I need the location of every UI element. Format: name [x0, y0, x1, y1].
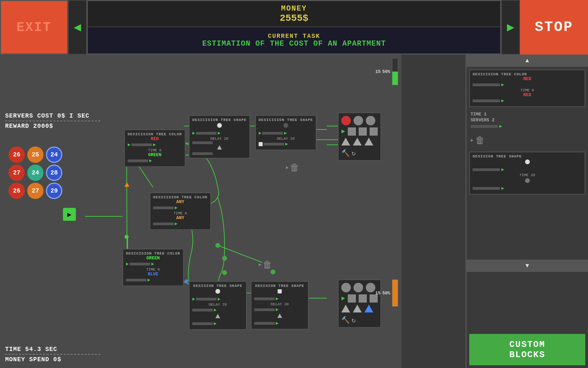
shape-bottom-circ3 [366, 283, 375, 292]
node7-triangle [277, 313, 282, 318]
exit-button[interactable]: EXIT [0, 0, 68, 55]
bottom-info: TIME 54.3 SEC MONEY SPEND 0$ [5, 346, 100, 363]
rp-block2-circle [525, 159, 530, 164]
rp-block1-color: RED [473, 76, 582, 81]
svg-point-22 [215, 243, 220, 248]
shape-bottom-tri1 [341, 305, 350, 312]
node6-circle [215, 289, 220, 294]
money-spend-text: MONEY SPEND 0$ [5, 356, 100, 363]
node7-arrow3: ► [276, 321, 278, 326]
node4-color: ANY [153, 199, 208, 204]
node2-arrow1: ► [192, 131, 195, 136]
node6-bar2 [192, 309, 213, 311]
progress-bar-inner-b [392, 280, 398, 306]
scroll-up-button[interactable]: ▲ [467, 55, 588, 67]
nav-left-button[interactable]: ◀ [68, 0, 87, 55]
node3-delay: DELAY 20 [259, 137, 313, 141]
number-grid: 26 25 24 27 24 28 26 27 29 [9, 147, 63, 199]
progress-bar-outer-b [392, 279, 398, 307]
node6-row2: ► [192, 307, 243, 313]
node-block-5: DESICISION TREE COLOR GREEN ► ► TIME 6 B… [122, 249, 184, 286]
time1-label: TIME 1 [471, 112, 584, 117]
rp-bar1 [473, 83, 500, 86]
node2-row2 [192, 141, 247, 144]
exit-label: EXIT [16, 20, 51, 35]
time-servers-label: TIME 1 SERVERS 2 ► [467, 110, 588, 132]
node4-arrow1: ► [175, 205, 177, 211]
node7-bar2 [254, 308, 275, 311]
custom-blocks-button[interactable]: CUSTOM BLOCKS [469, 334, 585, 365]
node1-title: DESICISION TREE COLOR [128, 132, 182, 136]
node1-time: TIME 6 [128, 148, 182, 152]
node7-row1: ► [254, 296, 305, 302]
node6-bar3 [192, 322, 213, 325]
tool-icon3[interactable]: 🔨 [341, 316, 350, 324]
shape-circle-gray2 [366, 116, 375, 125]
rp-bar3 [473, 168, 500, 171]
rp-block2-time: TIME 20 [473, 173, 582, 177]
triangle-icon-orange [125, 182, 129, 187]
money-section: MONEY 2555$ [88, 1, 500, 27]
rp-block2-title: DESISION TREE SHAPE [473, 154, 582, 158]
num-bubble-25: 25 [27, 147, 44, 163]
trash-arrow2: ► [259, 262, 261, 267]
node5-row2: ► [126, 277, 180, 283]
node4-color2: ANY [153, 215, 208, 220]
trash-arrow1: ► [286, 165, 289, 170]
node1-row1: ► ► [128, 142, 182, 148]
node6-triangle [215, 314, 220, 318]
progress-bar-top: 15 50% [375, 58, 398, 85]
svg-point-23 [222, 256, 227, 261]
task-section: CURRENT TASK ESTIMATION OF THE COST OF A… [88, 27, 500, 53]
progress-bar-outer [392, 58, 398, 85]
shape-bottom-sq1 [348, 294, 356, 303]
stop-button[interactable]: STOP [520, 0, 588, 55]
time-text: TIME 54.3 SEC [5, 346, 100, 353]
rp-trash-icon[interactable]: 🗑 [475, 135, 485, 146]
tool-icon4[interactable]: ↻ [352, 316, 356, 324]
shape-row-circles [341, 116, 378, 125]
node3-arrow2: ► [284, 131, 287, 136]
node3-arrow3: ► [285, 141, 288, 147]
node2-row3 [192, 152, 247, 155]
trash-icon-2[interactable]: 🗑 [263, 259, 272, 271]
scroll-down-button[interactable]: ▼ [467, 260, 588, 272]
progress-num-label-b: 15 [375, 291, 381, 296]
rp-arrow3: ► [501, 167, 504, 172]
node7-row3: ► [254, 321, 305, 326]
svg-line-4 [127, 155, 127, 237]
node3-circle [283, 123, 288, 128]
trash-icon-1[interactable]: 🗑 [290, 162, 299, 173]
shape-tri3 [364, 138, 373, 145]
rp-arrow4: ► [501, 186, 504, 191]
servers-bar [471, 125, 498, 128]
node7-bar1 [254, 297, 275, 300]
trash-area-1: ► 🗑 [286, 162, 299, 173]
node3-bar1 [262, 132, 283, 135]
node2-bar1 [196, 132, 216, 135]
rp-block1-time: TIME 6 [473, 88, 582, 92]
tool-icon2[interactable]: ↻ [352, 149, 356, 157]
task-value: ESTIMATION OF THE COST OF AN APARTMENT [202, 40, 386, 48]
rp-block1-row2: ► [473, 98, 582, 104]
node7-arrow2: ► [276, 307, 278, 312]
node5-arrow3: ► [147, 277, 150, 283]
nav-right-button[interactable]: ▶ [501, 0, 520, 55]
center-panel: MONEY 2555$ CURRENT TASK ESTIMATION OF T… [87, 0, 501, 55]
node2-circle [217, 123, 222, 128]
svg-line-13 [218, 245, 262, 262]
shape-circle-red [341, 116, 351, 125]
node5-bar1 [130, 263, 150, 265]
rp-arrow1: ► [501, 82, 504, 88]
direction-arrow-button[interactable]: ▶ [63, 208, 76, 221]
svg-point-19 [125, 235, 129, 239]
progress-pct-label-b: 50% [382, 291, 390, 296]
rp-block1-title: DESICISION TREE COLOR [473, 72, 582, 76]
tool-icon1[interactable]: 🔨 [341, 149, 350, 157]
node-block-3: DESICISION TREE SHAPE ► ► DELAY 20 ► [255, 115, 316, 150]
shape-square3 [370, 127, 378, 136]
shape-bottom-circles [341, 283, 378, 292]
node1-row2: ► [128, 158, 182, 164]
servers-arrow: ► [499, 124, 502, 129]
node6-title: DESISION TREE SHAPE [192, 284, 243, 288]
